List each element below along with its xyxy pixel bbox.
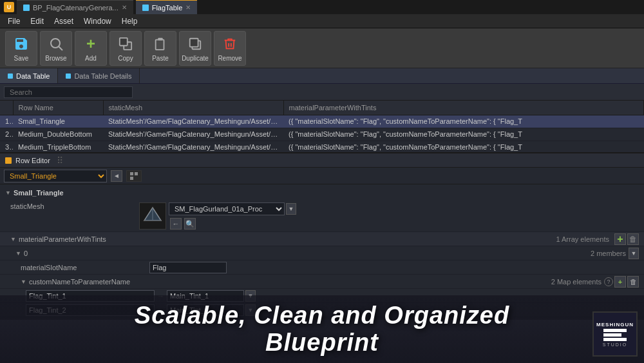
static-mesh-row: staticMesh SM_FlagGurland_01a_Proc: [0, 199, 644, 232]
table-container: Row Name staticMesh materialParameterWit…: [0, 101, 644, 152]
svg-rect-3: [120, 37, 128, 45]
toolbar: Save Browse + Add Copy Paste Duplicate R…: [0, 28, 644, 68]
paste-icon: [151, 35, 169, 53]
paste-label: Paste: [152, 55, 169, 62]
mesh-thumbnail: [139, 202, 166, 230]
logo-line-1: [603, 329, 627, 332]
table-row[interactable]: 2 Medium_DoubleBottom StaticMesh'/Game/F…: [0, 128, 644, 141]
remove-icon: [221, 35, 239, 53]
logo-line-3: [603, 338, 627, 341]
slot-name-input[interactable]: [149, 262, 227, 273]
row-name: Medium_DoubleBottom: [13, 128, 103, 141]
logo-text-top: MESHINGUN: [596, 322, 634, 328]
table-row[interactable]: 3 Medium_TrippleBottom StaticMesh'/Game/…: [0, 141, 644, 152]
table-row[interactable]: 1 Small_Triangle StaticMesh'/Game/FlagCa…: [0, 115, 644, 128]
add-label: Add: [85, 55, 97, 62]
copy-label: Copy: [118, 55, 133, 62]
main-content: Data Table Data Table Details Row Name s…: [0, 68, 644, 363]
save-button[interactable]: Save: [5, 31, 37, 66]
row-selector[interactable]: Small_Triangle: [4, 170, 107, 182]
menu-bar: File Edit Asset Window Help: [0, 14, 644, 28]
custom-param-label: customNameToParameterName: [29, 278, 551, 286]
col-header-num: [0, 101, 13, 115]
slot-name-row: materialSlotName: [0, 260, 644, 275]
help-icon[interactable]: ?: [604, 277, 613, 286]
flag-tint-2-value[interactable]: [167, 304, 244, 316]
col-header-material: materialParameterWithTints: [283, 101, 644, 115]
duplicate-icon: [186, 35, 204, 53]
browse-label: Browse: [45, 55, 66, 62]
tab-bp[interactable]: BP_FlagCatenaryGenera... ✕: [17, 0, 133, 14]
array-add-btn[interactable]: +: [614, 233, 626, 245]
row-material: ({ "materialSlotName": "Flag", "customNa…: [283, 128, 644, 141]
tab-flagtable-icon: [142, 5, 149, 11]
row-name: Medium_TrippleBottom: [13, 141, 103, 152]
svg-point-0: [51, 39, 60, 48]
browse-button[interactable]: Browse: [40, 31, 72, 66]
logo-line-2: [603, 333, 621, 337]
tab-flagtable[interactable]: FlagTable ✕: [136, 0, 198, 14]
custom-param-header: ▼ customNameToParameterName 2 Map elemen…: [0, 275, 644, 289]
nav-indicator: [126, 170, 142, 182]
array-delete-btn[interactable]: 🗑: [627, 233, 639, 245]
svg-rect-4: [156, 39, 164, 50]
row-editor-header: Row Editor ⠿: [0, 152, 644, 168]
remove-button[interactable]: Remove: [214, 31, 246, 66]
custom-param-delete-btn[interactable]: 🗑: [627, 276, 639, 288]
flag-tint-2-row: → ▼: [0, 303, 644, 317]
index-zero-label: 0: [24, 250, 591, 257]
section-small-triangle: ▼ Small_Triangle: [0, 187, 644, 199]
save-icon: [12, 35, 30, 53]
svg-marker-14: [144, 208, 161, 221]
svg-rect-7: [190, 38, 198, 46]
svg-rect-9: [135, 172, 138, 175]
panel-tab-details[interactable]: Data Table Details: [58, 68, 140, 83]
copy-button[interactable]: Copy: [109, 31, 142, 66]
mesh-search-btn[interactable]: 🔍: [184, 218, 196, 230]
menu-window[interactable]: Window: [79, 14, 117, 28]
flag-tint-1-value[interactable]: [167, 290, 244, 302]
svg-line-1: [59, 46, 63, 50]
mesh-dropdown-btn[interactable]: ▼: [286, 203, 296, 215]
col-header-staticmesh: staticMesh: [103, 101, 283, 115]
menu-help[interactable]: Help: [117, 14, 143, 28]
overlay-line2: Blueprint: [265, 329, 379, 357]
menu-file[interactable]: File: [3, 14, 25, 28]
add-button[interactable]: + Add: [75, 31, 107, 66]
flag-tint-2-dropdown[interactable]: ▼: [245, 304, 256, 316]
duplicate-button[interactable]: Duplicate: [179, 31, 211, 66]
tab-bp-close[interactable]: ✕: [122, 4, 127, 11]
members-count: 2 members: [591, 250, 626, 257]
row-material: ({ "materialSlotName": "Flag", "customNa…: [283, 115, 644, 128]
flag-tint-1-dropdown[interactable]: ▼: [245, 290, 256, 302]
logo-text-bottom: STUDIO: [603, 342, 627, 347]
paste-button[interactable]: Paste: [144, 31, 176, 66]
mesh-arrow-btn[interactable]: ←: [170, 218, 182, 230]
slot-name-label: materialSlotName: [21, 264, 149, 271]
panel-tab-details-label: Data Table Details: [74, 72, 131, 80]
flag-tint-2-key[interactable]: [26, 304, 155, 316]
search-input[interactable]: [4, 86, 133, 98]
panel-tab-datatable-icon: [8, 74, 13, 79]
svg-rect-5: [158, 37, 162, 40]
menu-asset[interactable]: Asset: [49, 14, 79, 28]
title-bar: U BP_FlagCatenaryGenera... ✕ FlagTable ✕: [0, 0, 644, 14]
tab-bp-icon: [23, 5, 30, 11]
index-arrow: ▼: [15, 250, 21, 257]
data-table: Row Name staticMesh materialParameterWit…: [0, 101, 644, 152]
static-mesh-value: SM_FlagGurland_01a_Proc ▼ ← 🔍: [139, 202, 639, 230]
flag-arrow-1: →: [157, 292, 164, 300]
row-editor-drag-handle[interactable]: ⠿: [57, 155, 63, 166]
row-editor-icon: [5, 157, 12, 164]
panel-tab-datatable[interactable]: Data Table: [0, 68, 58, 83]
members-dropdown-btn[interactable]: ▼: [629, 248, 639, 259]
mesh-name-dropdown[interactable]: SM_FlagGurland_01a_Proc: [169, 202, 285, 215]
menu-edit[interactable]: Edit: [25, 14, 49, 28]
flag-tint-1-key[interactable]: [26, 290, 155, 302]
custom-param-add-btn[interactable]: +: [614, 276, 626, 288]
tab-flagtable-close[interactable]: ✕: [185, 4, 191, 11]
material-array-label: materialParameterWithTints: [19, 235, 556, 243]
panel-tabs: Data Table Data Table Details: [0, 68, 644, 84]
nav-prev-button[interactable]: ◄: [111, 170, 122, 182]
logo-lines: [603, 329, 627, 341]
